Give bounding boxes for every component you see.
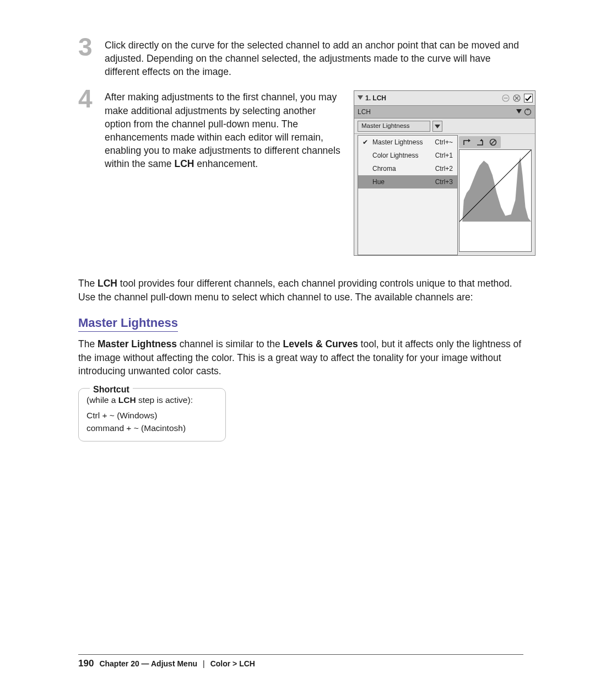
text-frag-bold: Levels & Curves <box>283 338 358 349</box>
dropdown-item-label: Chroma <box>372 164 396 174</box>
channel-selector-button[interactable] <box>432 121 442 132</box>
shortcut-line-1: (while a LCH step is active): <box>86 394 218 406</box>
shortcut-legend: Shortcut <box>90 383 133 396</box>
dropdown-item-shortcut: Ctrl+1 <box>435 151 453 160</box>
shortcut-box: Shortcut (while a LCH step is active): C… <box>78 388 226 441</box>
footer-chapter: Chapter 20 — Adjust Menu <box>99 659 197 668</box>
svg-line-14 <box>459 150 531 222</box>
dropdown-item-shortcut: Ctrl+~ <box>435 138 453 147</box>
channel-dropdown[interactable]: ✔Master Lightness Ctrl+~ Color Lightness… <box>358 135 458 255</box>
no-entry-icon[interactable] <box>488 137 499 147</box>
step-4-text-b: enhancement. <box>194 158 258 169</box>
step-number-3: 3 <box>78 34 105 78</box>
channel-selector-row: Master Lightness <box>354 119 535 134</box>
text-frag-bold: Master Lightness <box>98 338 177 349</box>
panel-titlebar: 1. LCH <box>354 91 535 105</box>
section-heading-master-lightness: Master Lightness <box>78 316 178 332</box>
step-3-text: Click directly on the curve for the sele… <box>105 39 523 78</box>
page-number: 190 <box>78 658 94 669</box>
channels-intro-paragraph: The LCH tool provides four different cha… <box>78 277 523 304</box>
text-frag: channel is similar to the <box>177 338 283 349</box>
dropdown-item-chroma[interactable]: Chroma Ctrl+2 <box>358 162 457 175</box>
disclosure-triangle-icon[interactable] <box>358 95 363 101</box>
lch-panel: 1. LCH <box>354 90 536 256</box>
dropdown-item-label: Color Lightness <box>372 151 418 160</box>
diagonal-line-icon <box>459 150 531 222</box>
text-frag: The <box>78 278 98 289</box>
step-3: 3 Click directly on the curve for the se… <box>78 39 523 78</box>
svg-marker-0 <box>358 95 363 100</box>
curve-editor[interactable] <box>459 149 532 252</box>
minus-circle-icon[interactable] <box>502 94 510 102</box>
footer-separator: | <box>203 659 205 668</box>
chevron-down-icon <box>435 123 440 129</box>
shortcut-line-3: command + ~ (Macintosh) <box>86 422 218 434</box>
curve-tools <box>459 136 501 148</box>
shortcut-line-2: Ctrl + ~ (Windows) <box>86 410 218 422</box>
dropdown-item-label: Hue <box>372 177 385 187</box>
check-box-icon[interactable] <box>524 94 533 103</box>
close-circle-icon[interactable] <box>513 94 521 102</box>
text-frag-bold: LCH <box>118 395 136 405</box>
text-frag: tool provides four different channels, e… <box>78 278 512 303</box>
channel-selector-field[interactable]: Master Lightness <box>358 121 430 132</box>
step-4-text-bold: LCH <box>174 158 194 169</box>
dropdown-item-color-lightness[interactable]: Color Lightness Ctrl+1 <box>358 149 457 162</box>
dropdown-item-label: Master Lightness <box>372 138 423 147</box>
page-footer: 190 Chapter 20 — Adjust Menu | Color > L… <box>78 654 523 669</box>
step-number-4: 4 <box>78 86 105 256</box>
panel-title-text: 1. LCH <box>365 94 386 103</box>
curve-reset-black-icon[interactable] <box>461 137 472 147</box>
step-4-text: After making adjustments to the first ch… <box>105 90 342 256</box>
panel-lch-bar: LCH <box>354 105 535 119</box>
dropdown-triangle-icon[interactable] <box>516 109 522 115</box>
svg-line-12 <box>491 140 495 144</box>
dropdown-item-shortcut: Ctrl+2 <box>435 164 453 174</box>
step-4: 4 After making adjustments to the first … <box>78 90 523 256</box>
text-frag: step is active): <box>136 395 193 405</box>
dropdown-item-shortcut: Ctrl+3 <box>435 177 453 187</box>
reset-circle-icon[interactable] <box>524 108 532 116</box>
svg-marker-10 <box>480 139 483 141</box>
master-lightness-paragraph: The Master Lightness channel is similar … <box>78 337 523 378</box>
footer-breadcrumb: Color > LCH <box>210 659 255 668</box>
dropdown-item-master-lightness[interactable]: ✔Master Lightness Ctrl+~ <box>358 136 457 149</box>
text-frag: The <box>78 338 98 349</box>
svg-marker-6 <box>516 109 522 114</box>
panel-bar-label: LCH <box>358 107 371 117</box>
text-frag-bold: LCH <box>98 278 117 289</box>
dropdown-item-hue[interactable]: Hue Ctrl+3 <box>358 175 457 189</box>
text-frag: (while a <box>86 395 118 405</box>
curve-reset-white-icon[interactable] <box>474 137 485 147</box>
svg-marker-8 <box>435 125 440 128</box>
svg-marker-9 <box>468 139 470 142</box>
checkmark-icon: ✔ <box>363 138 369 147</box>
